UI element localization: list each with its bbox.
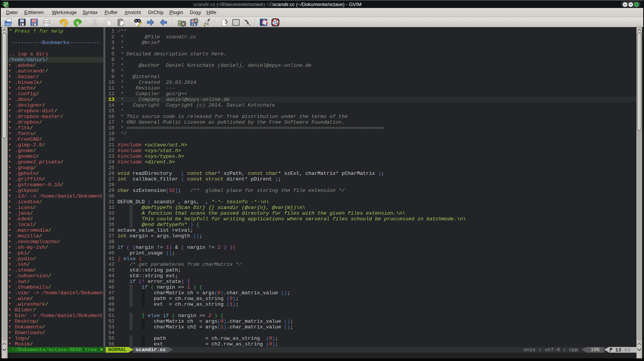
- svg-text:im: im: [6, 5, 9, 8]
